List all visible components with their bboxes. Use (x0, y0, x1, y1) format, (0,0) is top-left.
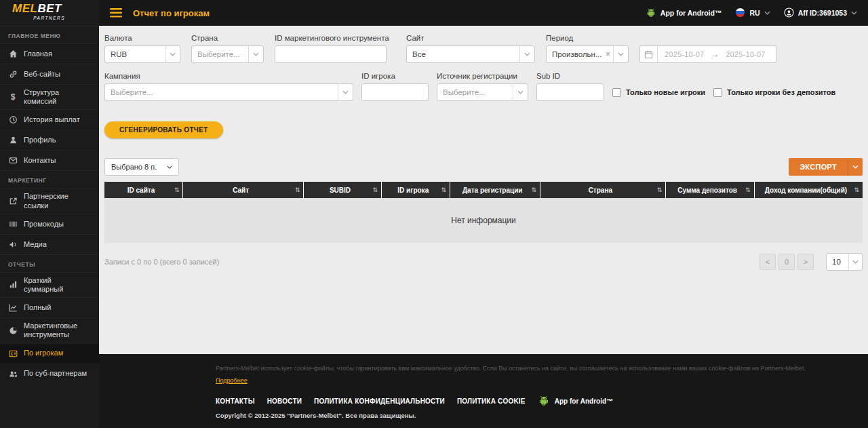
column-header-site[interactable]: Сайт⇅ (183, 182, 304, 198)
sidebar-item-commission-structure[interactable]: $ Структура комиссий (0, 84, 99, 109)
country-select[interactable]: Выберите... (191, 45, 264, 63)
sidebar-item-media[interactable]: Медиа (0, 234, 99, 254)
user-icon (8, 136, 18, 144)
date-range-picker[interactable]: 2025-10-07 → 2025-10-07 (639, 45, 776, 63)
export-button[interactable]: ЭКСПОРТ (789, 158, 863, 176)
clear-icon[interactable]: × (603, 50, 613, 59)
footer-link-privacy-policy[interactable]: ПОЛИТИКА КОНФИДЕНЦИАЛЬНОСТИ (314, 397, 445, 405)
table-header: ID сайта⇅ Сайт⇅ SUBID⇅ ID игрока⇅ Дата р… (104, 182, 863, 198)
sidebar-item-profile[interactable]: Профиль (0, 130, 99, 150)
language-selector[interactable]: RU (735, 7, 770, 19)
footer-link-contacts[interactable]: КОНТАКТЫ (216, 397, 255, 405)
column-header-country[interactable]: Страна⇅ (540, 182, 666, 198)
sidebar-item-home[interactable]: Главная (0, 43, 99, 64)
pagination-next-button[interactable]: > (797, 254, 814, 270)
reg-source-select[interactable]: Выберите... (437, 83, 528, 101)
bar-chart-icon (8, 280, 18, 289)
chevron-down-icon (338, 84, 353, 100)
pagination-page-button[interactable]: 0 (778, 254, 795, 270)
sidebar-item-contacts[interactable]: Контакты (0, 150, 99, 170)
external-link-icon (8, 197, 18, 206)
column-header-deposits-sum[interactable]: Сумма депозитов⇅ (666, 182, 754, 198)
sidebar-item-label: Краткий суммарный (24, 276, 91, 294)
sidebar-item-label: Структура комиссий (24, 88, 91, 106)
chevron-down-icon (165, 46, 180, 62)
copyright: Copyright © 2012-2025 "Partners-Melbet".… (216, 412, 854, 419)
column-header-company-income[interactable]: Доход компании(общий)⇅ (755, 182, 863, 198)
aff-id-label: Aff ID:3691053 (798, 9, 847, 17)
history-icon (8, 115, 18, 124)
sidebar-item-websites[interactable]: Веб-сайты (0, 64, 99, 84)
sidebar-item-promocodes[interactable]: Промокоды (0, 214, 99, 234)
barcode-icon (8, 220, 18, 229)
sidebar-section-main-menu: ГЛАВНОЕ МЕНЮ (0, 26, 99, 43)
table-toolbar: Выбрано 8 п. ЭКСПОРТ (104, 158, 863, 176)
sort-icon: ⇅ (295, 187, 300, 193)
sidebar-section-marketing: МАРКЕТИНГ (0, 170, 99, 188)
footer-links: КОНТАКТЫ НОВОСТИ ПОЛИТИКА КОНФИДЕНЦИАЛЬН… (216, 395, 854, 406)
player-id-label: ID игрока (361, 72, 429, 80)
generate-report-button[interactable]: СГЕНЕРИРОВАТЬ ОТЧЕТ (104, 121, 223, 138)
records-info: Записи с 0 по 0 (всего 0 записей) (104, 258, 219, 266)
app-for-android-link[interactable]: App for Android™ (646, 8, 722, 18)
chevron-down-icon (764, 11, 770, 15)
ru-flag-icon (735, 7, 745, 19)
marketing-tool-id-input[interactable] (275, 45, 387, 63)
sidebar-item-label: Партнерские ссылки (24, 192, 91, 210)
currency-select[interactable]: RUB (104, 45, 180, 63)
sidebar-item-payout-history[interactable]: История выплат (0, 109, 99, 130)
player-id-input[interactable] (361, 83, 429, 101)
filters-row-2: Кампания Выберите... ID игрока Источник … (104, 72, 863, 101)
period-select[interactable]: Произвольн... × (546, 45, 629, 63)
column-header-subid[interactable]: SUBID⇅ (304, 182, 382, 198)
sidebar-item-label: Медиа (24, 240, 47, 249)
chevron-down-icon (851, 11, 857, 15)
users-icon (8, 370, 18, 378)
sort-icon: ⇅ (174, 187, 180, 193)
chevron-down-icon (613, 46, 628, 62)
melbet-logo[interactable]: MELBET PARTNERS (0, 0, 99, 26)
logo-text: MELBET (12, 3, 99, 16)
sidebar-item-marketing-tools[interactable]: Маркетинговые инструменты (0, 317, 99, 343)
campaign-label: Кампания (104, 72, 353, 80)
app-window: MELBET PARTNERS ГЛАВНОЕ МЕНЮ Главная Веб… (0, 0, 868, 428)
topbar-right: App for Android™ RU Aff ID:3691053 (646, 7, 857, 19)
sidebar-item-by-players[interactable]: По игрокам (0, 343, 99, 364)
only-no-deposit-players-label: Только игроки без депозитов (727, 88, 835, 96)
account-menu[interactable]: Aff ID:3691053 (784, 7, 857, 19)
sidebar-item-partner-links[interactable]: Партнерские ссылки (0, 188, 99, 213)
android-icon (646, 8, 656, 18)
column-header-reg-date[interactable]: Дата регистрации⇅ (450, 182, 540, 198)
sidebar-item-full-report[interactable]: Полный (0, 297, 99, 317)
only-no-deposit-players-checkbox[interactable] (713, 88, 722, 97)
column-header-player-id[interactable]: ID игрока⇅ (382, 182, 450, 198)
pie-chart-icon (8, 326, 18, 335)
only-new-players-option: Только новые игроки (612, 83, 705, 101)
sidebar: MELBET PARTNERS ГЛАВНОЕ МЕНЮ Главная Веб… (0, 0, 99, 428)
footer-app-for-android-link[interactable]: App for Android™ (538, 395, 613, 406)
pagination-prev-button[interactable]: < (760, 254, 776, 270)
arrow-right-icon: → (711, 50, 719, 59)
footer-link-news[interactable]: НОВОСТИ (267, 397, 302, 405)
cookie-more-link[interactable]: Подробнее (216, 377, 248, 384)
only-new-players-label: Только новые игроки (626, 88, 705, 96)
cookie-notice: Partners-Melbet использует cookie-файлы,… (216, 364, 854, 373)
campaign-select[interactable]: Выберите... (104, 83, 353, 101)
chevron-down-icon (167, 166, 172, 169)
page-size-select[interactable]: 10 (826, 253, 863, 271)
sidebar-item-summary-report[interactable]: Краткий суммарный (0, 272, 99, 297)
sidebar-item-by-subpartners[interactable]: По суб-партнерам (0, 364, 99, 384)
sub-id-input[interactable] (536, 83, 604, 101)
footer-link-cookie-policy[interactable]: ПОЛИТИКА COOKIE (457, 397, 526, 405)
columns-select[interactable]: Выбрано 8 п. (104, 158, 179, 176)
sidebar-item-label: Маркетинговые инструменты (24, 322, 91, 339)
only-new-players-checkbox[interactable] (612, 88, 621, 97)
calendar-icon (640, 46, 658, 62)
menu-icon[interactable] (110, 8, 122, 18)
sub-id-label: Sub ID (536, 72, 604, 80)
logo-subtitle: PARTNERS (12, 16, 65, 20)
column-header-site-id[interactable]: ID сайта⇅ (104, 182, 183, 198)
site-select[interactable]: Все (406, 45, 535, 63)
report-content: Валюта RUB Страна Выберите... ID маркети… (99, 26, 868, 354)
sidebar-item-label: Профиль (24, 136, 56, 144)
